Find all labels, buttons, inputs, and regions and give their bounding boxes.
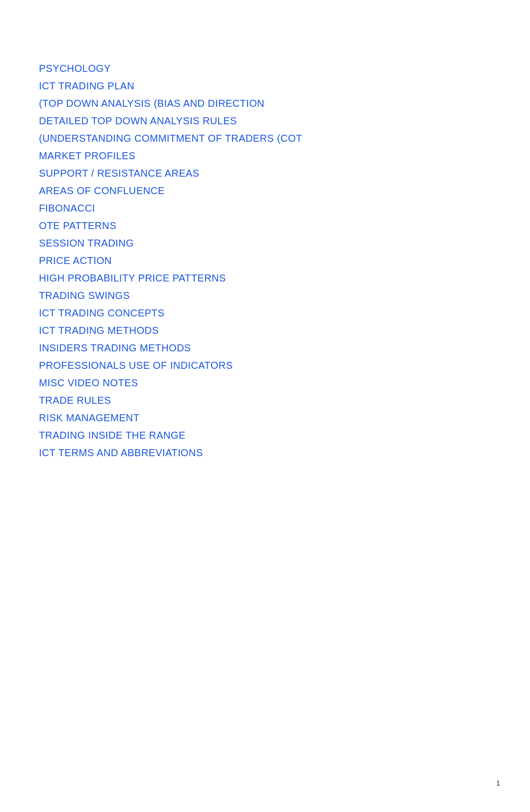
nav-item-fibonacci: FIBONACCI xyxy=(39,200,530,217)
nav-item-support-resistance: SUPPORT / RESISTANCE AREAS xyxy=(39,165,530,182)
nav-link-areas-of-confluence[interactable]: AREAS OF CONFLUENCE xyxy=(39,185,165,197)
nav-link-market-profiles[interactable]: MARKET PROFILES xyxy=(39,150,135,162)
nav-item-ote-patterns: OTE PATTERNS xyxy=(39,217,530,235)
nav-item-ict-trading-concepts: ICT TRADING CONCEPTS xyxy=(39,304,530,322)
nav-item-market-profiles: MARKET PROFILES xyxy=(39,147,530,165)
nav-link-price-action[interactable]: PRICE ACTION xyxy=(39,255,112,267)
nav-item-high-probability: HIGH PROBABILITY PRICE PATTERNS xyxy=(39,270,530,287)
nav-link-ote-patterns[interactable]: OTE PATTERNS xyxy=(39,220,116,232)
nav-item-ict-terms: ICT TERMS AND ABBREVIATIONS xyxy=(39,444,530,462)
navigation-list: PSYCHOLOGYICT TRADING PLAN(TOP DOWN ANAL… xyxy=(39,60,530,462)
nav-item-insiders-trading-methods: INSIDERS TRADING METHODS xyxy=(39,339,530,357)
nav-item-risk-management: RISK MANAGEMENT xyxy=(39,409,530,427)
page-number: 1 xyxy=(496,779,500,787)
nav-link-top-down-analysis[interactable]: (TOP DOWN ANALYSIS (BIAS AND DIRECTION xyxy=(39,98,265,109)
nav-link-ict-trading-plan[interactable]: ICT TRADING PLAN xyxy=(39,80,134,92)
nav-link-risk-management[interactable]: RISK MANAGEMENT xyxy=(39,412,140,424)
nav-link-support-resistance[interactable]: SUPPORT / RESISTANCE AREAS xyxy=(39,168,200,179)
page-container: PSYCHOLOGYICT TRADING PLAN(TOP DOWN ANAL… xyxy=(0,0,530,812)
nav-item-misc-video-notes: MISC VIDEO NOTES xyxy=(39,374,530,392)
nav-link-psychology[interactable]: PSYCHOLOGY xyxy=(39,63,111,74)
nav-link-detailed-top-down[interactable]: DETAILED TOP DOWN ANALYSIS RULES xyxy=(39,115,237,127)
nav-link-trading-inside-range[interactable]: TRADING INSIDE THE RANGE xyxy=(39,430,186,441)
nav-item-price-action: PRICE ACTION xyxy=(39,252,530,270)
nav-link-ict-trading-methods[interactable]: ICT TRADING METHODS xyxy=(39,325,159,336)
nav-item-understanding-cot: (UNDERSTANDING COMMITMENT OF TRADERS (CO… xyxy=(39,130,530,147)
nav-item-trading-inside-range: TRADING INSIDE THE RANGE xyxy=(39,427,530,444)
nav-link-trade-rules[interactable]: TRADE RULES xyxy=(39,395,111,406)
nav-link-understanding-cot[interactable]: (UNDERSTANDING COMMITMENT OF TRADERS (CO… xyxy=(39,133,302,144)
nav-link-fibonacci[interactable]: FIBONACCI xyxy=(39,203,95,214)
nav-item-session-trading: SESSION TRADING xyxy=(39,235,530,252)
nav-item-ict-trading-plan: ICT TRADING PLAN xyxy=(39,77,530,95)
nav-item-areas-of-confluence: AREAS OF CONFLUENCE xyxy=(39,182,530,200)
nav-link-trading-swings[interactable]: TRADING SWINGS xyxy=(39,290,130,301)
nav-link-misc-video-notes[interactable]: MISC VIDEO NOTES xyxy=(39,377,138,389)
nav-item-ict-trading-methods: ICT TRADING METHODS xyxy=(39,322,530,339)
nav-link-session-trading[interactable]: SESSION TRADING xyxy=(39,238,134,249)
nav-item-top-down-analysis: (TOP DOWN ANALYSIS (BIAS AND DIRECTION xyxy=(39,95,530,112)
nav-item-psychology: PSYCHOLOGY xyxy=(39,60,530,77)
nav-link-professionals-use[interactable]: PROFESSIONALS USE OF INDICATORS xyxy=(39,360,233,371)
nav-item-detailed-top-down: DETAILED TOP DOWN ANALYSIS RULES xyxy=(39,112,530,130)
nav-link-insiders-trading-methods[interactable]: INSIDERS TRADING METHODS xyxy=(39,342,191,354)
nav-link-ict-terms[interactable]: ICT TERMS AND ABBREVIATIONS xyxy=(39,447,203,459)
nav-item-professionals-use: PROFESSIONALS USE OF INDICATORS xyxy=(39,357,530,374)
nav-link-ict-trading-concepts[interactable]: ICT TRADING CONCEPTS xyxy=(39,307,165,319)
nav-item-trade-rules: TRADE RULES xyxy=(39,392,530,409)
nav-link-high-probability[interactable]: HIGH PROBABILITY PRICE PATTERNS xyxy=(39,272,226,284)
nav-item-trading-swings: TRADING SWINGS xyxy=(39,287,530,304)
